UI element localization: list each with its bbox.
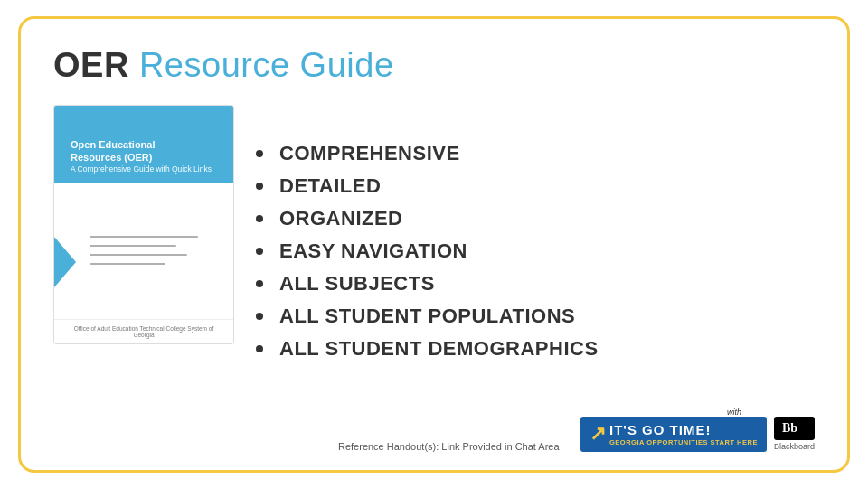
bb-logo: Bb bbox=[774, 417, 815, 440]
bullet-item-text: DETAILED bbox=[279, 174, 381, 198]
book-arrow-icon bbox=[54, 237, 76, 287]
itsgotime-logo: ↗ IT'S GO TIME! GEORGIA OPPORTUNITIES ST… bbox=[580, 417, 767, 452]
book-line-2 bbox=[90, 245, 176, 247]
bullet-dot-icon bbox=[256, 215, 263, 222]
book-footer-text: Office of Adult Education Technical Coll… bbox=[74, 325, 213, 338]
book-line-3 bbox=[90, 254, 187, 256]
logo-area: with ↗ IT'S GO TIME! GEORGIA OPPORTUNITI… bbox=[580, 417, 815, 452]
book-cover-image: Open Educational Resources (OER) A Compr… bbox=[53, 105, 234, 344]
go-time-sub: GEORGIA OPPORTUNITIES START HERE bbox=[609, 438, 758, 446]
slide-title: OER Resource Guide bbox=[53, 46, 815, 85]
list-item: EASY NAVIGATION bbox=[256, 239, 599, 263]
with-text: with bbox=[727, 408, 741, 417]
book-title-line1: Open Educational bbox=[71, 138, 212, 151]
list-item: ALL STUDENT DEMOGRAPHICS bbox=[256, 337, 599, 361]
slide-footer: Reference Handout(s): Link Provided in C… bbox=[53, 417, 815, 452]
bullet-dot-icon bbox=[256, 280, 263, 287]
book-line-4 bbox=[90, 263, 165, 265]
list-item: COMPREHENSIVE bbox=[256, 142, 599, 165]
bullet-dot-icon bbox=[256, 150, 263, 157]
reference-text: Reference Handout(s): Link Provided in C… bbox=[317, 441, 581, 452]
list-item: ALL STUDENT POPULATIONS bbox=[256, 305, 599, 328]
bullet-item-text: ALL STUDENT POPULATIONS bbox=[279, 305, 575, 328]
feature-list: COMPREHENSIVEDETAILEDORGANIZEDEASY NAVIG… bbox=[256, 142, 599, 370]
bullet-item-text: COMPREHENSIVE bbox=[279, 142, 460, 165]
bullet-dot-icon bbox=[256, 345, 263, 352]
content-area: Open Educational Resources (OER) A Compr… bbox=[53, 105, 815, 408]
title-resource-guide: Resource Guide bbox=[139, 46, 394, 84]
book-title-line2: Resources (OER) bbox=[71, 151, 212, 164]
book-cover-body bbox=[54, 183, 233, 319]
list-item: ORGANIZED bbox=[256, 207, 599, 230]
blackboard-text: Blackboard bbox=[774, 442, 815, 451]
book-cover-footer: Office of Adult Education Technical Coll… bbox=[54, 319, 233, 343]
bullet-item-text: EASY NAVIGATION bbox=[279, 239, 467, 263]
go-time-text: IT'S GO TIME! bbox=[609, 422, 758, 438]
list-item: DETAILED bbox=[256, 174, 599, 198]
slide: OER Resource Guide Open Educational Reso… bbox=[18, 16, 850, 473]
book-subtitle: A Comprehensive Guide with Quick Links bbox=[71, 164, 212, 174]
book-line-1 bbox=[90, 236, 198, 238]
bullet-dot-icon bbox=[256, 248, 263, 255]
itsgotime-text: IT'S GO TIME! GEORGIA OPPORTUNITIES STAR… bbox=[609, 422, 758, 446]
arrow-icon: ↗ bbox=[590, 422, 606, 446]
book-decoration-lines bbox=[90, 236, 198, 265]
bullet-item-text: ORGANIZED bbox=[279, 207, 403, 230]
bullet-item-text: ALL SUBJECTS bbox=[279, 272, 435, 296]
list-item: ALL SUBJECTS bbox=[256, 272, 599, 296]
bullet-item-text: ALL STUDENT DEMOGRAPHICS bbox=[279, 337, 599, 361]
bullet-dot-icon bbox=[256, 183, 263, 190]
bullet-dot-icon bbox=[256, 313, 263, 320]
book-cover-header: Open Educational Resources (OER) A Compr… bbox=[54, 106, 233, 183]
bullet-list-container: COMPREHENSIVEDETAILEDORGANIZEDEASY NAVIG… bbox=[256, 105, 815, 408]
blackboard-logo-container: Bb Blackboard bbox=[774, 417, 815, 451]
title-oer: OER bbox=[53, 46, 129, 84]
